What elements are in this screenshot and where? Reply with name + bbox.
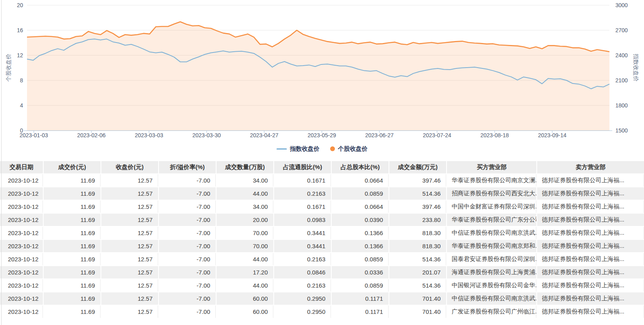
table-cell: 0.1171 — [332, 292, 389, 305]
table-cell: 0.3441 — [274, 240, 332, 252]
table-cell: 德邦证券股份有限公司上海福... — [537, 306, 644, 318]
table-cell: 11.69 — [44, 174, 101, 187]
table-row: 2023-10-1211.6912.57-7.0044.000.21630.08… — [0, 253, 644, 265]
table-cell: 11.69 — [44, 187, 101, 200]
x-tick-label: 2023-07-24 — [423, 132, 451, 138]
index-line-swatch-icon — [277, 148, 287, 150]
table-cell: 12.57 — [101, 214, 159, 226]
table-row: 2023-10-1211.6912.57-7.0034.000.16710.06… — [0, 200, 644, 213]
x-tick-label: 2023-02-06 — [77, 132, 106, 138]
table-cell: 广发证券股份有限公司广州临江... — [447, 306, 537, 318]
table-cell: -7.00 — [159, 227, 217, 239]
x-tick-label: 2023-03-03 — [135, 132, 163, 138]
table-cell: 60.00 — [217, 306, 274, 318]
left-tick-label: 20 — [17, 2, 23, 8]
table-cell: 12.57 — [101, 266, 159, 278]
table-cell: 德邦证券股份有限公司上海福... — [537, 292, 644, 305]
table-cell: 20.00 — [217, 214, 274, 226]
stock-area-fill — [27, 22, 609, 130]
table-cell: 0.1671 — [274, 174, 332, 187]
table-body: 2023-10-1211.6912.57-7.0034.000.16710.06… — [0, 174, 644, 318]
column-header: 成交数量(万股) — [217, 161, 274, 173]
table-cell: 17.20 — [217, 266, 274, 278]
table-cell: 818.30 — [389, 240, 447, 252]
table-cell: 12.57 — [101, 292, 159, 305]
table-cell: 11.69 — [44, 292, 101, 305]
table-cell: 70.00 — [217, 227, 274, 239]
table-cell: -7.00 — [159, 174, 217, 187]
table-cell: 701.40 — [389, 306, 447, 318]
legend-item-stock-close[interactable]: 个股收盘价 — [330, 145, 368, 153]
table-cell: 德邦证券股份有限公司上海福... — [537, 187, 644, 200]
column-header: 卖方营业部 — [537, 161, 644, 173]
x-tick-label: 2023-05-29 — [307, 132, 336, 138]
x-tick-label: 2023-04-27 — [250, 132, 278, 138]
table-cell: 德邦证券股份有限公司上海福... — [537, 214, 644, 226]
table-cell: 德邦证券股份有限公司上海福... — [537, 227, 644, 239]
left-tick-label: 0 — [20, 127, 23, 134]
column-header: 买方营业部 — [447, 161, 537, 173]
table-cell: -7.00 — [159, 292, 217, 305]
left-axis-name: 个股收盘价 — [5, 54, 12, 82]
table-row: 2023-10-1211.6912.57-7.0070.000.34410.13… — [0, 240, 644, 252]
table-cell: 2023-10-12 — [0, 187, 44, 200]
table-row: 2023-10-1211.6912.57-7.0044.000.21630.08… — [0, 279, 644, 292]
left-tick-label: 12 — [17, 52, 23, 58]
legend-label: 个股收盘价 — [338, 145, 368, 153]
stock-dot-swatch-icon — [330, 146, 335, 151]
table-cell: 34.00 — [217, 174, 274, 187]
table-cell: 2023-10-12 — [0, 200, 44, 213]
left-tick-label: 4 — [20, 102, 23, 109]
table-cell: 0.0859 — [332, 187, 389, 200]
table-cell: 11.69 — [44, 306, 101, 318]
table-cell: 华泰证券股份有限公司南京郑和... — [447, 240, 537, 252]
table-cell: 德邦证券股份有限公司上海福... — [537, 174, 644, 187]
block-trade-table: 交易日期成交价(元)收盘价(元)折/溢价率(%)成交数量(万股)占流通股比(%)… — [0, 160, 644, 319]
table-header-row: 交易日期成交价(元)收盘价(元)折/溢价率(%)成交数量(万股)占流通股比(%)… — [0, 161, 644, 173]
table-cell: 0.0983 — [274, 214, 332, 226]
legend-item-index-close[interactable]: 指数收盘价 — [277, 145, 320, 153]
table-cell: 397.46 — [389, 200, 447, 213]
table-cell: 中国银河证券股份有限公司金华... — [447, 279, 537, 292]
right-tick-label: 2400 — [615, 52, 628, 58]
table-cell: 0.2950 — [274, 292, 332, 305]
table-cell: 60.00 — [217, 292, 274, 305]
table-cell: 12.57 — [101, 227, 159, 239]
table-row: 2023-10-1211.6912.57-7.0017.200.08460.03… — [0, 266, 644, 278]
table-cell: -7.00 — [159, 306, 217, 318]
x-tick-label: 2023-08-18 — [480, 132, 509, 138]
table-cell: 0.2163 — [274, 187, 332, 200]
table-cell: 0.2163 — [274, 279, 332, 292]
table-cell: 2023-10-12 — [0, 292, 44, 305]
table-cell: 0.2163 — [274, 253, 332, 265]
table-cell: 招商证券股份有限公司西安北大... — [447, 187, 537, 200]
table-cell: 0.0390 — [332, 214, 389, 226]
table-cell: 华泰证券股份有限公司广东分公司 — [447, 214, 537, 226]
table-cell: 11.69 — [44, 240, 101, 252]
table-cell: 2023-10-12 — [0, 174, 44, 187]
column-header: 折/溢价率(%) — [159, 161, 217, 173]
price-chart[interactable]: 2023-01-032023-02-062023-03-032023-03-30… — [0, 0, 644, 141]
table-cell: 701.40 — [389, 292, 447, 305]
table-cell: 11.69 — [44, 200, 101, 213]
table-cell: 2023-10-12 — [0, 266, 44, 278]
table-cell: 11.69 — [44, 253, 101, 265]
column-header: 占总股本比(%) — [332, 161, 389, 173]
table-cell: 德邦证券股份有限公司上海福... — [537, 253, 644, 265]
table-cell: 0.0859 — [332, 279, 389, 292]
column-header: 成交价(元) — [44, 161, 101, 173]
right-tick-label: 3000 — [615, 2, 628, 8]
legend-label: 指数收盘价 — [290, 145, 320, 153]
table-cell: 2023-10-12 — [0, 240, 44, 252]
table-cell: 0.0664 — [332, 200, 389, 213]
table-cell: 818.30 — [389, 227, 447, 239]
table-cell: 12.57 — [101, 187, 159, 200]
table-cell: 44.00 — [217, 253, 274, 265]
table-cell: 华泰证券股份有限公司南京文澜... — [447, 174, 537, 187]
table-cell: 12.57 — [101, 174, 159, 187]
table-cell: 0.1671 — [274, 200, 332, 213]
table-cell: -7.00 — [159, 266, 217, 278]
table-cell: 中信证券股份有限公司南京洪武... — [447, 227, 537, 239]
table-cell: -7.00 — [159, 214, 217, 226]
table-cell: 11.69 — [44, 266, 101, 278]
